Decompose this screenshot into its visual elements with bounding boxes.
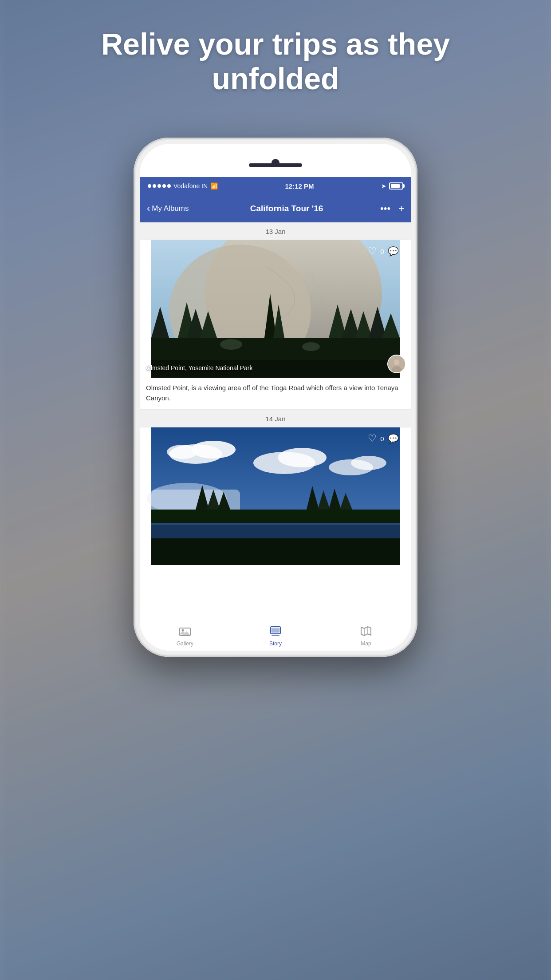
- like-count-2: 0: [380, 435, 384, 443]
- story-label: Story: [269, 640, 282, 647]
- photo-actions-2: ♡ 0 💬 0: [368, 433, 406, 444]
- more-button[interactable]: •••: [380, 203, 390, 214]
- comment-count-2: 0: [402, 435, 406, 443]
- svg-point-19: [394, 360, 400, 365]
- comment-count-1: 0: [402, 248, 406, 255]
- svg-rect-41: [151, 538, 400, 565]
- battery-bar: [389, 182, 403, 190]
- gallery-label: Gallery: [177, 640, 193, 647]
- status-left: Vodafone IN 📶: [148, 182, 218, 190]
- photo-caption-1: Olmsted Point, is a viewing area off of …: [140, 378, 411, 410]
- comment-icon-1[interactable]: 💬: [388, 246, 399, 257]
- content-area: 13 Jan: [140, 222, 411, 622]
- svg-point-28: [351, 456, 386, 470]
- svg-rect-33: [151, 510, 400, 523]
- svg-rect-47: [271, 628, 280, 632]
- signal-dot-4: [162, 184, 166, 188]
- svg-rect-48: [272, 635, 279, 636]
- signal-dots: [148, 184, 171, 188]
- gallery-icon: [179, 626, 191, 639]
- status-time: 12:12 PM: [285, 182, 314, 190]
- tab-bar: Gallery Story: [140, 622, 411, 651]
- battery-fill: [391, 184, 400, 188]
- svg-point-26: [278, 448, 327, 467]
- add-button[interactable]: +: [398, 203, 404, 214]
- svg-point-44: [182, 629, 184, 632]
- back-label: My Albums: [152, 204, 189, 213]
- signal-dot-1: [148, 184, 151, 188]
- date-text-2: 14 Jan: [265, 415, 285, 423]
- tab-map[interactable]: Map: [321, 626, 411, 647]
- map-label: Map: [361, 640, 371, 647]
- mountain-image: [140, 240, 411, 378]
- status-bar: Vodafone IN 📶 12:12 PM ➤: [140, 177, 411, 195]
- date-label-1: 13 Jan: [140, 222, 411, 240]
- photo-wrapper-2: ♡ 0 💬 0: [140, 427, 411, 565]
- photo-location-1: Olmsted Point, Yosemite National Park: [146, 364, 252, 371]
- carrier-label: Vodafone IN: [173, 182, 208, 190]
- svg-point-23: [191, 441, 236, 458]
- nav-actions: ••• +: [373, 203, 404, 214]
- date-label-2: 14 Jan: [140, 410, 411, 427]
- nav-title: California Tour '16: [200, 204, 373, 213]
- phone-frame: Vodafone IN 📶 12:12 PM ➤ ‹ My Albums: [134, 138, 417, 657]
- tab-story[interactable]: Story: [230, 626, 321, 647]
- location-icon: ➤: [381, 182, 386, 190]
- battery-tip: [403, 184, 405, 188]
- photo-actions-1: ♡ 0 💬 0: [368, 245, 406, 257]
- svg-rect-32: [151, 525, 400, 538]
- hero-title: Relive your trips as they unfolded: [0, 27, 551, 96]
- map-icon: [361, 626, 371, 639]
- photo-card-1[interactable]: ♡ 0 💬 0 Olmsted Point, Yosemite National…: [140, 240, 411, 410]
- svg-point-24: [167, 445, 198, 459]
- nav-bar: ‹ My Albums California Tour '16 ••• +: [140, 195, 411, 222]
- avatar-image-1: [388, 356, 405, 372]
- svg-marker-49: [361, 627, 371, 636]
- photo-avatar-1: [387, 355, 406, 373]
- phone-inner: Vodafone IN 📶 12:12 PM ➤ ‹ My Albums: [140, 144, 411, 651]
- like-count-1: 0: [380, 248, 384, 255]
- signal-dot-3: [157, 184, 161, 188]
- signal-dot-2: [153, 184, 156, 188]
- photo-card-2[interactable]: ♡ 0 💬 0: [140, 427, 411, 565]
- status-right: ➤: [381, 182, 403, 190]
- sky-image: [140, 427, 411, 565]
- signal-dot-5: [167, 184, 171, 188]
- wifi-icon: 📶: [210, 182, 218, 190]
- nav-back-button[interactable]: ‹ My Albums: [147, 203, 200, 214]
- like-icon-2[interactable]: ♡: [368, 433, 377, 444]
- screen: Vodafone IN 📶 12:12 PM ➤ ‹ My Albums: [140, 177, 411, 651]
- back-chevron-icon: ‹: [147, 203, 150, 214]
- tab-gallery[interactable]: Gallery: [140, 626, 230, 647]
- like-icon-1[interactable]: ♡: [368, 245, 377, 257]
- svg-point-17: [302, 342, 320, 351]
- comment-icon-2[interactable]: 💬: [388, 433, 399, 444]
- svg-marker-43: [180, 631, 190, 636]
- svg-point-16: [220, 339, 242, 350]
- speaker: [249, 163, 302, 167]
- date-text-1: 13 Jan: [265, 228, 285, 235]
- story-icon: [270, 626, 281, 639]
- photo-wrapper-1: ♡ 0 💬 0 Olmsted Point, Yosemite National…: [140, 240, 411, 378]
